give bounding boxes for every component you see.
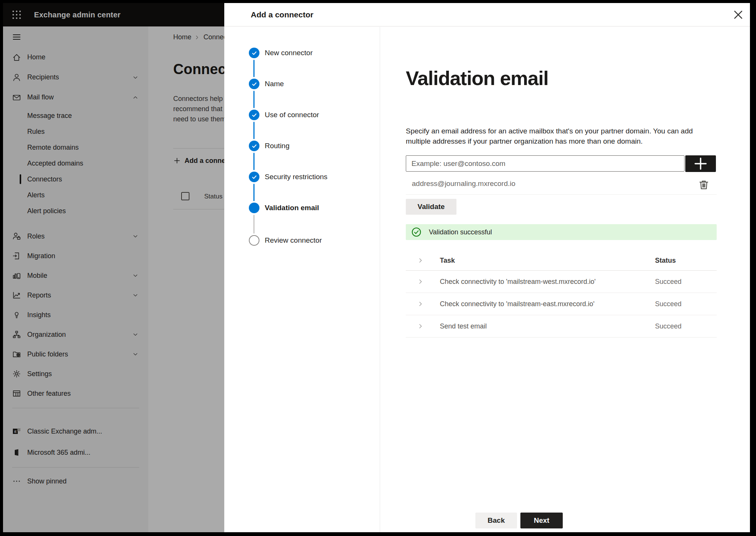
table-row: Send test emailSucceed	[406, 315, 717, 338]
wizard-step-new-connector[interactable]: New connector	[224, 48, 380, 58]
expand-chevron-icon[interactable]	[418, 258, 424, 263]
step-check-icon	[249, 172, 259, 182]
panel-header: Add a connector	[224, 3, 750, 26]
status-cell: Succeed	[655, 322, 681, 330]
wizard-steps: New connectorNameUse of connectorRouting…	[224, 27, 380, 532]
wizard-step-security-restrictions[interactable]: Security restrictions	[224, 172, 380, 182]
wizard-step-validation-email[interactable]: Validation email	[224, 203, 380, 213]
table-row: Check connectivity to 'mailstream-west.m…	[406, 271, 717, 293]
step-heading: Validation email	[406, 67, 548, 90]
wizard-connector-line	[253, 153, 255, 170]
expand-chevron-icon[interactable]	[418, 279, 424, 284]
add-connector-panel: Add a connector New connectorNameUse of …	[224, 3, 750, 532]
wizard-step-label: Routing	[265, 141, 290, 151]
next-button[interactable]: Next	[520, 513, 563, 528]
task-cell: Check connectivity to 'mailstream-east.m…	[440, 300, 595, 308]
status-cell: Succeed	[655, 300, 681, 308]
close-icon[interactable]	[732, 8, 745, 21]
back-button[interactable]: Back	[475, 513, 517, 528]
wizard-step-label: Security restrictions	[265, 172, 328, 182]
task-column-header: Task	[440, 256, 455, 264]
app-root: Exchange admin center HomeRecipientsMail…	[3, 3, 750, 532]
validate-button[interactable]: Validate	[406, 199, 456, 215]
wizard-step-label: Use of connector	[265, 110, 319, 120]
wizard-step-label: New connector	[265, 48, 313, 58]
expand-chevron-icon[interactable]	[418, 301, 424, 307]
step-check-icon	[249, 79, 259, 89]
wizard-step-label: Validation email	[265, 203, 319, 213]
table-row: Check connectivity to 'mailstream-east.m…	[406, 293, 717, 315]
validation-success-banner: Validation successful	[406, 224, 717, 240]
panel-title: Add a connector	[251, 3, 314, 26]
step-check-icon	[249, 48, 259, 58]
wizard-step-review-connector[interactable]: Review connector	[224, 235, 380, 246]
wizard-connector-line	[253, 184, 255, 201]
wizard-step-use-of-connector[interactable]: Use of connector	[224, 110, 380, 120]
table-header-row: TaskStatus	[406, 250, 717, 271]
added-address: address@journaling.mxrecord.io	[412, 175, 515, 195]
status-cell: Succeed	[655, 278, 681, 286]
wizard-step-label: Name	[265, 79, 284, 89]
step-description-line: Specify an email address for an active m…	[406, 126, 693, 136]
panel-main: Validation email Specify an email addres…	[380, 27, 750, 532]
email-input-row	[406, 155, 717, 172]
step-description: Specify an email address for an active m…	[406, 126, 693, 146]
wizard-connector-line	[253, 91, 255, 108]
delete-address-button[interactable]	[698, 179, 710, 191]
step-check-icon	[249, 110, 259, 120]
email-input[interactable]	[406, 155, 685, 172]
wizard-step-routing[interactable]: Routing	[224, 141, 380, 151]
add-email-button[interactable]	[685, 155, 716, 172]
expand-chevron-icon[interactable]	[418, 324, 424, 329]
wizard-step-name[interactable]: Name	[224, 79, 380, 89]
step-check-icon	[249, 141, 259, 151]
step-upcoming-icon	[249, 235, 259, 246]
task-cell: Check connectivity to 'mailstream-west.m…	[440, 278, 596, 286]
step-current-icon	[249, 203, 259, 213]
wizard-connector-line	[253, 60, 255, 77]
task-cell: Send test email	[440, 322, 487, 330]
added-address-row: address@journaling.mxrecord.io	[406, 175, 717, 195]
wizard-step-label: Review connector	[265, 235, 322, 246]
success-check-icon	[411, 227, 421, 237]
wizard-connector-line	[253, 215, 255, 234]
wizard-connector-line	[253, 122, 255, 139]
step-description-line: multiple addresses if your partner organ…	[406, 136, 693, 146]
validation-results-table: TaskStatusCheck connectivity to 'mailstr…	[406, 250, 717, 338]
status-column-header: Status	[655, 256, 676, 264]
